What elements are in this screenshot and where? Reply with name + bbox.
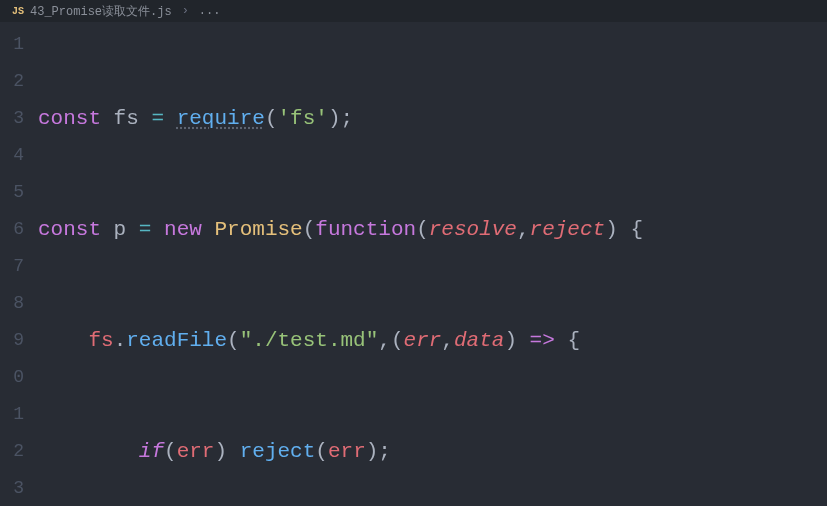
code-editor[interactable]: 1 2 3 4 5 6 7 8 9 0 1 2 3 const fs = req… xyxy=(0,22,827,506)
line-number: 3 xyxy=(0,100,30,137)
line-number: 6 xyxy=(0,211,30,248)
code-area[interactable]: const fs = require('fs'); const p = new … xyxy=(30,22,643,506)
line-number-gutter: 1 2 3 4 5 6 7 8 9 0 1 2 3 xyxy=(0,22,30,506)
line-number: 2 xyxy=(0,433,30,470)
line-number: 1 xyxy=(0,26,30,63)
tab-filename: 43_Promise读取文件.js xyxy=(30,3,172,20)
line-number: 4 xyxy=(0,137,30,174)
chevron-right-icon: › xyxy=(178,4,193,18)
code-line: if(err) reject(err); xyxy=(38,433,643,470)
line-number: 9 xyxy=(0,322,30,359)
line-number: 1 xyxy=(0,396,30,433)
breadcrumb-trail: ... xyxy=(199,4,221,18)
code-line: const fs = require('fs'); xyxy=(38,100,643,137)
line-number: 5 xyxy=(0,174,30,211)
line-number: 0 xyxy=(0,359,30,396)
tab-bar: JS 43_Promise读取文件.js › ... xyxy=(0,0,827,22)
line-number: 2 xyxy=(0,63,30,100)
code-line: fs.readFile("./test.md",(err,data) => { xyxy=(38,322,643,359)
js-file-icon: JS xyxy=(12,6,24,17)
line-number: 8 xyxy=(0,285,30,322)
line-number: 3 xyxy=(0,470,30,506)
editor-tab[interactable]: JS 43_Promise读取文件.js › ... xyxy=(4,0,228,22)
line-number: 7 xyxy=(0,248,30,285)
code-line: const p = new Promise(function(resolve,r… xyxy=(38,211,643,248)
